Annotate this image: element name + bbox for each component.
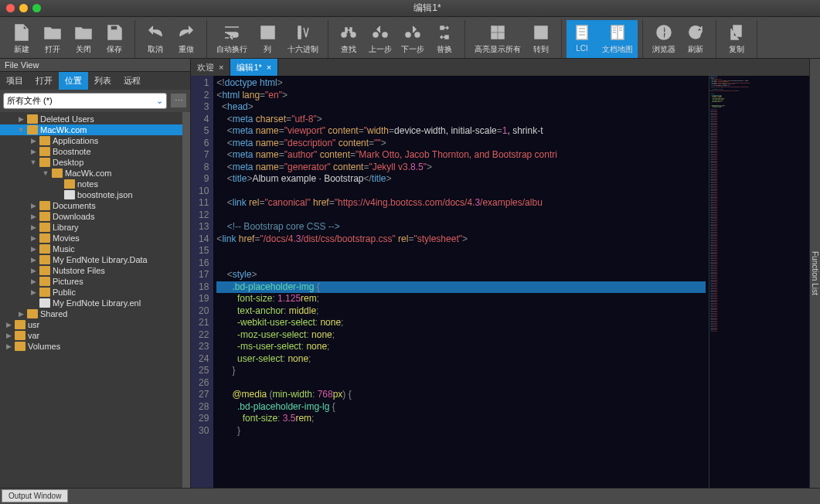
close-icon[interactable]: ×: [267, 63, 271, 72]
zoom-window-icon[interactable]: [32, 4, 41, 12]
refresh-icon: [685, 22, 706, 43]
tree-node[interactable]: ▶Pictures: [0, 276, 182, 287]
code-line[interactable]: <meta name="author" content="Mark Otto, …: [216, 149, 706, 162]
code-content[interactable]: <!doctype html><html lang="en"> <head> <…: [213, 76, 709, 488]
code-line[interactable]: <link href="/docs/4.3/dist/css/bootstrap…: [216, 233, 706, 246]
code-line[interactable]: <!doctype html>: [216, 77, 706, 90]
tree-node[interactable]: ▶Boostnote: [0, 146, 182, 157]
find-button[interactable]: 查找: [333, 20, 364, 58]
tree-node[interactable]: notes: [0, 179, 182, 189]
tree-node[interactable]: ▶Documents: [0, 200, 182, 211]
tree-node[interactable]: boostnote.json: [0, 189, 182, 200]
lci-button[interactable]: LCI: [567, 20, 597, 58]
code-line[interactable]: [216, 257, 706, 270]
highlight-button[interactable]: 高亮显示所有: [470, 20, 526, 58]
tree-arrow-icon: ▼: [17, 126, 25, 134]
column-button[interactable]: 列: [252, 20, 283, 58]
tree-node[interactable]: ▶Public: [0, 287, 182, 298]
tree-node[interactable]: My EndNote Library.enl: [0, 298, 182, 308]
next-button[interactable]: 下一步: [396, 20, 429, 58]
code-line[interactable]: -moz-user-select: none;: [216, 329, 706, 342]
tree-node[interactable]: ▶My EndNote Library.Data: [0, 254, 182, 265]
tree-node[interactable]: ▶Volumes: [0, 341, 182, 352]
sidebar-tab-4[interactable]: 远程: [117, 72, 147, 90]
sidebar-tab-0[interactable]: 项目: [0, 72, 29, 90]
tree-node[interactable]: ▶Movies: [0, 233, 182, 243]
wrap-button[interactable]: 自动换行: [212, 20, 252, 58]
code-line[interactable]: <meta name="generator" content="Jekyll v…: [216, 162, 706, 174]
tree-node[interactable]: ▶usr: [0, 319, 182, 330]
tree-node[interactable]: ▼Desktop: [0, 157, 182, 168]
code-line[interactable]: font-size: 1.125rem;: [216, 293, 706, 305]
prev-button[interactable]: 上一步: [364, 20, 396, 58]
tree-node[interactable]: ▶Downloads: [0, 211, 182, 222]
code-line[interactable]: [216, 245, 706, 257]
close-button[interactable]: 关闭: [68, 20, 99, 58]
refresh-button[interactable]: 刷新: [680, 20, 711, 58]
code-line[interactable]: [216, 186, 706, 198]
code-line[interactable]: }: [216, 365, 706, 377]
filter-options-button[interactable]: ⋯: [170, 93, 187, 108]
code-line[interactable]: <meta charset="utf-8">: [216, 114, 706, 126]
code-line[interactable]: <title>Album example · Bootstrap</title>: [216, 173, 706, 186]
sidebar-tab-2[interactable]: 位置: [59, 72, 88, 90]
code-line[interactable]: text-anchor: middle;: [216, 305, 706, 318]
code-line[interactable]: <meta name="description" content="">: [216, 138, 706, 150]
save-button[interactable]: 保存: [99, 20, 130, 58]
open-button[interactable]: 打开: [37, 20, 68, 58]
code-line[interactable]: <!-- Bootstrap core CSS -->: [216, 221, 706, 233]
function-list-panel[interactable]: Function List: [809, 59, 820, 488]
editor-tab[interactable]: 编辑1*×: [230, 59, 278, 76]
browser-button[interactable]: 浏览器: [648, 20, 680, 58]
docmap-button[interactable]: 文档地图: [597, 20, 638, 58]
replace-button[interactable]: 替换: [429, 20, 460, 58]
code-line[interactable]: <head>: [216, 101, 706, 114]
tree-node[interactable]: ▶Applications: [0, 135, 182, 146]
tree-node[interactable]: ▶Shared: [0, 308, 182, 319]
code-line[interactable]: font-size: 3.5rem;: [216, 413, 706, 425]
code-line[interactable]: -webkit-user-select: none;: [216, 317, 706, 329]
sidebar-tab-3[interactable]: 列表: [88, 72, 117, 90]
code-line[interactable]: <link rel="canonical" href="https://v4in…: [216, 197, 706, 209]
highlight-icon: [487, 22, 509, 43]
sidebar-scrollbar[interactable]: [182, 112, 190, 488]
file-filter-select[interactable]: 所有文件 (*) ⌄: [3, 93, 167, 109]
goto-button[interactable]: 转到: [526, 20, 556, 58]
code-line[interactable]: <style>: [216, 269, 706, 281]
hex-button[interactable]: 十六进制: [283, 20, 323, 58]
document-map[interactable]: <!doctype html><html lang="en"> <head> <…: [709, 76, 809, 488]
tree-node[interactable]: ▶var: [0, 330, 182, 341]
tree-node[interactable]: ▶Deleted Users: [0, 114, 182, 124]
code-line[interactable]: -ms-user-select: none;: [216, 341, 706, 353]
code-line[interactable]: .bd-placeholder-img-lg {: [216, 401, 706, 414]
code-line[interactable]: <html lang="en">: [216, 90, 706, 102]
tree-node[interactable]: ▼MacWk.com: [0, 124, 182, 135]
editor-tab[interactable]: 欢迎×: [191, 59, 230, 76]
tree-node[interactable]: ▶Music: [0, 243, 182, 254]
code-line[interactable]: .bd-placeholder-img {: [216, 281, 706, 294]
code-line[interactable]: [216, 209, 706, 222]
copy-button[interactable]: 复制: [721, 20, 752, 58]
close-window-icon[interactable]: [6, 4, 15, 12]
tree-label: Deleted Users: [40, 114, 94, 124]
tree-node[interactable]: ▼MacWk.com: [0, 168, 182, 179]
new-button[interactable]: 新建: [6, 20, 37, 58]
code-line[interactable]: user-select: none;: [216, 353, 706, 366]
wrap-icon: [221, 22, 243, 43]
code-line[interactable]: [216, 377, 706, 390]
close-icon[interactable]: ×: [219, 63, 223, 72]
code-line[interactable]: <meta name="viewport" content="width=dev…: [216, 125, 706, 138]
minimize-window-icon[interactable]: [19, 4, 28, 12]
code-line[interactable]: }: [216, 425, 706, 438]
undo-button[interactable]: 取消: [140, 20, 171, 58]
file-tree[interactable]: ▶Deleted Users▼MacWk.com▶Applications▶Bo…: [0, 112, 182, 488]
redo-button[interactable]: 重做: [171, 20, 202, 58]
folder-close-icon: [73, 22, 94, 43]
sidebar-tab-1[interactable]: 打开: [29, 72, 59, 90]
code-area[interactable]: 1234567891011121314151617181920212223242…: [191, 76, 809, 488]
tree-node[interactable]: ▶Library: [0, 222, 182, 233]
tree-node[interactable]: ▶Nutstore Files: [0, 265, 182, 276]
code-line[interactable]: @media (min-width: 768px) {: [216, 389, 706, 401]
folder-icon: [39, 212, 50, 221]
output-window-tab[interactable]: Output Window: [2, 489, 68, 502]
